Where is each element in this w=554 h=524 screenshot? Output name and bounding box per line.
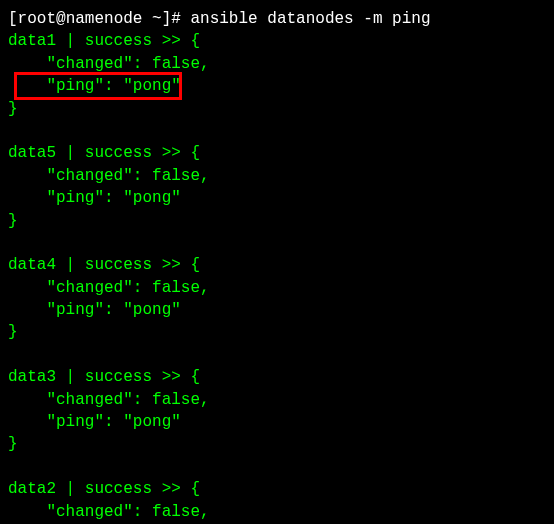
result-changed: "changed": false,: [8, 55, 210, 73]
result-host: data1 | success >> {: [8, 32, 200, 50]
result-close-brace: }: [8, 212, 18, 230]
result-close-brace: }: [8, 100, 18, 118]
result-host: data5 | success >> {: [8, 144, 200, 162]
prompt-open-bracket: [: [8, 10, 18, 28]
command-text: ansible datanodes -m ping: [181, 10, 431, 28]
prompt-close-bracket: ]: [162, 10, 172, 28]
prompt-path: ~: [142, 10, 161, 28]
prompt-host: namenode: [66, 10, 143, 28]
results-container: data1 | success >> { "changed": false, "…: [8, 30, 546, 524]
result-ping: "ping": "pong": [8, 301, 181, 319]
result-host: data2 | success >> {: [8, 480, 200, 498]
result-changed: "changed": false,: [8, 167, 210, 185]
result-close-brace: }: [8, 435, 18, 453]
result-ping: "ping": "pong": [8, 189, 181, 207]
result-changed: "changed": false,: [8, 503, 210, 521]
prompt-at: @: [56, 10, 66, 28]
result-changed: "changed": false,: [8, 279, 210, 297]
result-ping: "ping": "pong": [8, 413, 181, 431]
prompt-symbol: #: [171, 10, 181, 28]
result-changed: "changed": false,: [8, 391, 210, 409]
prompt-user: root: [18, 10, 56, 28]
result-host: data3 | success >> {: [8, 368, 200, 386]
result-close-brace: }: [8, 323, 18, 341]
result-ping: "ping": "pong": [8, 77, 181, 95]
terminal-output: [root@namenode ~]# ansible datanodes -m …: [8, 8, 546, 524]
result-host: data4 | success >> {: [8, 256, 200, 274]
